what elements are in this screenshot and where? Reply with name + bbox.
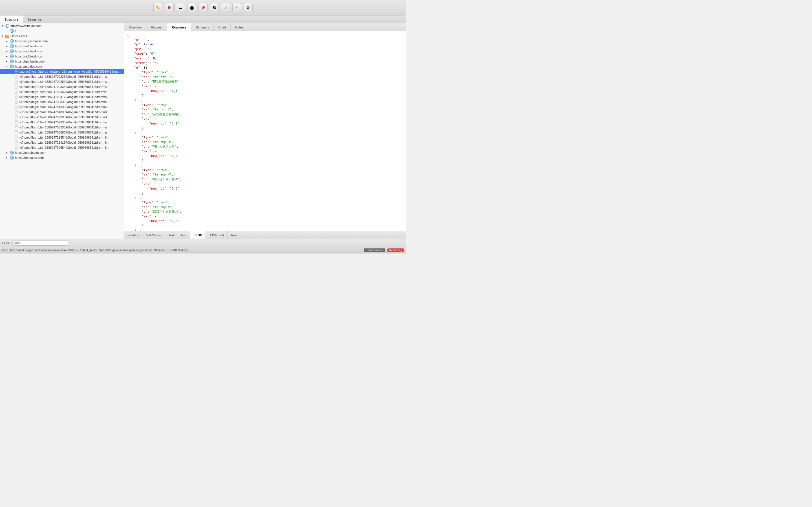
settings-button[interactable]: ⚙ — [244, 3, 253, 12]
svg-rect-72 — [15, 130, 17, 134]
json-content-area: { "q": "", "p": false, "ps": "", "csor":… — [124, 31, 406, 231]
svg-rect-60 — [15, 115, 17, 119]
svg-rect-28 — [15, 75, 17, 78]
tree-item-tc14[interactable]: tc?tcreq4log=1&r=1586247264197&logid=059… — [0, 140, 124, 145]
svg-rect-44 — [15, 95, 17, 99]
tab-chart[interactable]: Chart — [214, 23, 231, 31]
tree-item-label: https://imgsa.baidu.com — [15, 40, 48, 43]
tree-item-baidu-www[interactable]: ▼https://www.baidu.com — [0, 23, 124, 29]
tree-item-tc11[interactable]: tc?tcreq4log=1&r=1586247033381&logid=059… — [0, 125, 124, 130]
tree-item-sugrec[interactable]: sugrec?type=3&prod=his&pic=1&from=wise_w… — [0, 69, 124, 74]
tree-item-hpd[interactable]: ▶https://hpd.baidu.com — [0, 59, 124, 64]
tab-sequence[interactable]: Sequence — [23, 15, 47, 23]
tree-icon-file — [14, 120, 18, 124]
tab-raw[interactable]: Raw — [227, 231, 241, 239]
tree-item-ss1[interactable]: ▶https://ss1.baidu.com — [0, 49, 124, 54]
tree-item-label: tc?tcreq4log=1&r=1586247264197&logid=059… — [19, 141, 109, 144]
tree-item-label: tc?tcreq4log=1&r=1586247008385&logid=059… — [19, 100, 109, 104]
tab-response[interactable]: Response — [167, 23, 192, 31]
svg-rect-40 — [15, 90, 17, 94]
tree-icon-file — [14, 125, 18, 129]
cloud-button[interactable]: ☁ — [176, 3, 185, 12]
svg-rect-64 — [15, 120, 17, 124]
filter-input[interactable] — [12, 240, 69, 245]
svg-rect-52 — [15, 105, 17, 109]
tab-structure[interactable]: Structure — [0, 15, 23, 23]
status-url: http://swcdn.apple.com/content/downloads… — [10, 249, 361, 252]
tree-item-label: tc?tcreq4log=1&r=1586247003352&logid=059… — [19, 85, 109, 89]
tree-item-tc15[interactable]: tc?tcreq4log=1&r=1586247326544&logid=059… — [0, 145, 124, 150]
svg-rect-36 — [15, 85, 17, 89]
filter-bar: Filter: — [0, 239, 406, 247]
svg-rect-84 — [15, 146, 17, 149]
tab-summary[interactable]: Summary — [191, 23, 214, 31]
tree-item-tc13[interactable]: tc?tcreq4log=1&r=1586247218540&logid=059… — [0, 135, 124, 140]
svg-rect-56 — [15, 110, 17, 114]
json-display: { "q": "", "p": false, "ps": "", "csor":… — [127, 33, 403, 231]
tab-notes[interactable]: Notes — [231, 23, 248, 31]
tree-item-hm[interactable]: ▶https://hm.baidu.com — [0, 155, 124, 160]
tree-item-feed[interactable]: ▶https://feed.baidu.com — [0, 150, 124, 155]
tree-item-tc12[interactable]: tc?tcreq4log=1&r=1586247065887&logid=059… — [0, 130, 124, 135]
tree-item-tc5[interactable]: tc?tcreq4log=1&r=1586247004175&logid=059… — [0, 94, 124, 100]
tree-item-imgsa[interactable]: ▶https://imgsa.baidu.com — [0, 39, 124, 44]
tree-item-tc8[interactable]: tc?tcreq4log=1&r=1586247018381&logid=059… — [0, 110, 124, 115]
tree-item-ss2[interactable]: ▶https://ss2.baidu.com — [0, 54, 124, 59]
tab-json-text[interactable]: JSON Text — [206, 231, 227, 239]
tree-icon-globe — [10, 44, 14, 48]
tree-item-m-baidu[interactable]: ▼https://m.baidu.com — [0, 64, 124, 69]
tree-item-tc10[interactable]: tc?tcreq4log=1&r=1586247028382&logid=059… — [0, 120, 124, 125]
tab-text[interactable]: Text — [165, 231, 177, 239]
tree-icon-file — [14, 79, 18, 84]
arrow-icon: ▶ — [6, 50, 10, 53]
tab-request[interactable]: Request — [146, 23, 167, 31]
tree-item-tc7[interactable]: tc?tcreq4log=1&r=1586247013389&logid=059… — [0, 105, 124, 110]
tree-icon-file — [14, 74, 18, 79]
circle-button[interactable]: ⬤ — [187, 3, 196, 12]
tree-item-label: https://hpd.baidu.com — [15, 60, 45, 63]
svg-rect-80 — [15, 140, 17, 144]
tree-item-label: sugrec?type=3&prod=his&pic=1&from=wise_w… — [19, 70, 121, 73]
pen-tool-button[interactable]: ✏️ — [153, 3, 162, 12]
tab-set-cookie[interactable]: Set Cookie — [143, 231, 165, 239]
svg-rect-24 — [15, 69, 17, 73]
tab-headers[interactable]: Headers — [124, 231, 143, 239]
tab-overview[interactable]: Overview — [124, 23, 146, 31]
refresh-button[interactable]: ↻ — [210, 3, 219, 12]
tab-json[interactable]: JSON — [190, 231, 206, 239]
tree-item-tc6[interactable]: tc?tcreq4log=1&r=1586247008385&logid=059… — [0, 100, 124, 105]
arrow-icon: ▶ — [6, 45, 10, 48]
tree-icon-file — [14, 84, 18, 89]
arrow-icon: ▶ — [6, 40, 10, 43]
tree-icon-file — [14, 90, 18, 94]
pin-button[interactable]: 📌 — [199, 3, 207, 12]
tree-item-tc2[interactable]: tc?tcreq4log=1&r=1586247002599&logid=059… — [0, 79, 124, 84]
tree-item-tc4[interactable]: tc?tcreq4log=1&r=1586247003374&logid=059… — [0, 89, 124, 94]
tree-item-label: tc?tcreq4log=1&r=1586247018381&logid=059… — [19, 110, 109, 114]
tree-item-other-hosts[interactable]: ▼Other Hosts — [0, 34, 124, 39]
recording-badge: Recording — [388, 248, 404, 252]
tree-icon-file — [14, 145, 18, 150]
tree-item-tc1[interactable]: tc?tcreq4log=1&r=1586247002337&logid=059… — [0, 74, 124, 79]
svg-rect-68 — [15, 125, 17, 129]
tree-item-label: https://ss1.baidu.com — [15, 50, 44, 53]
record-button[interactable]: ⏺ — [165, 3, 174, 12]
tab-hex[interactable]: Hex — [178, 231, 191, 239]
filter-label: Filter: — [2, 241, 10, 245]
tree-item-label: tc?tcreq4log=1&r=1586247023381&logid=059… — [19, 115, 109, 119]
tree-icon-file — [14, 110, 18, 114]
tree-item-ss0[interactable]: ▶https://ss0.baidu.com — [0, 44, 124, 49]
tree-item-tc9[interactable]: tc?tcreq4log=1&r=1586247023381&logid=059… — [0, 115, 124, 120]
tree-item-baidu-www-slash[interactable]: / — [0, 29, 124, 34]
tree-icon-globe — [10, 64, 14, 69]
tree-item-tc3[interactable]: tc?tcreq4log=1&r=1586247003352&logid=059… — [0, 84, 124, 89]
tree-item-label: tc?tcreq4log=1&r=1586247013389&logid=059… — [19, 105, 109, 109]
tree-item-label: https://ss2.baidu.com — [15, 55, 44, 58]
tree-icon-file — [14, 135, 18, 140]
tree-item-label: tc?tcreq4log=1&r=1586247002337&logid=059… — [19, 75, 109, 78]
tree-item-label: https://hm.baidu.com — [15, 156, 44, 159]
tools-button[interactable]: ✂ — [232, 3, 241, 12]
check-button[interactable]: ✓ — [221, 3, 230, 12]
right-panel: Overview Request Response Summary Chart … — [124, 23, 406, 239]
response-tab-bar: Overview Request Response Summary Chart … — [124, 23, 406, 31]
